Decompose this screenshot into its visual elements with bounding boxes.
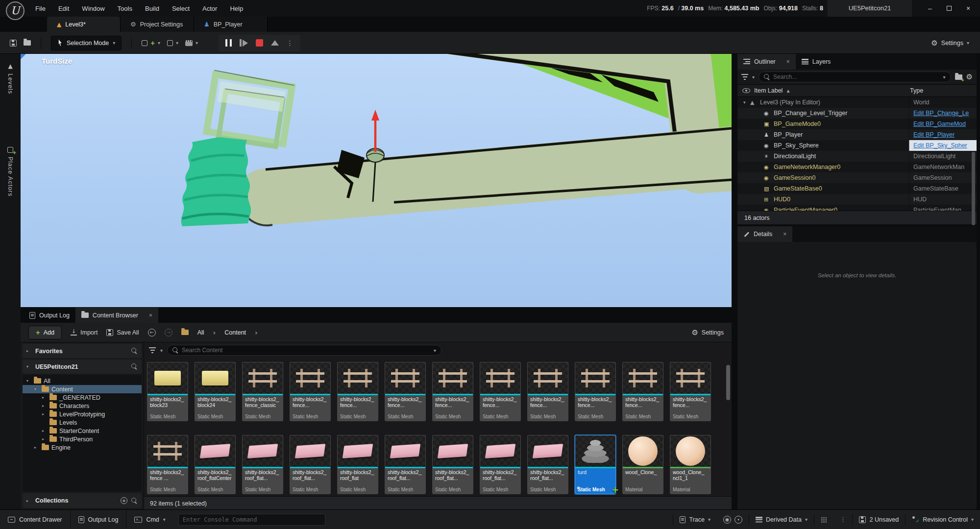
menu-item[interactable]: Build bbox=[145, 5, 159, 12]
menu-item[interactable]: Help bbox=[230, 5, 243, 12]
column-item-label[interactable]: Item Label bbox=[754, 87, 783, 94]
expand-arrow-icon[interactable]: ▸ bbox=[42, 437, 47, 441]
new-folder-icon[interactable]: + bbox=[955, 73, 962, 80]
asset-tile[interactable]: shitty-blocks2_ fence... Static Mesh * + bbox=[480, 362, 521, 421]
outliner-row[interactable]: ParticleEventManager0 ParticleEventMan bbox=[737, 205, 977, 211]
add-collection-icon[interactable]: + bbox=[121, 497, 127, 504]
asset-search-input[interactable] bbox=[182, 347, 431, 354]
tab-outliner[interactable]: Outliner × bbox=[737, 54, 796, 70]
actor-type-cell[interactable]: Edit BP_Player bbox=[909, 129, 977, 140]
pause-icon[interactable] bbox=[225, 39, 232, 47]
asset-tile[interactable]: shitty-blocks2_ fence... Static Mesh * + bbox=[337, 362, 378, 421]
actor-type-cell[interactable]: World bbox=[909, 97, 977, 108]
sidebar-tab-levels[interactable]: ▲ Levels bbox=[0, 58, 21, 94]
tab-content-browser[interactable]: Content Browser × bbox=[75, 308, 158, 323]
quick-add-actor-dropdown[interactable]: + ▾ bbox=[142, 39, 160, 47]
folder-tree-item[interactable]: ▸ StarterContent bbox=[23, 427, 142, 435]
expand-arrow-icon[interactable]: ▾ bbox=[26, 379, 31, 383]
menu-item[interactable]: Window bbox=[82, 5, 104, 12]
expand-arrow-icon[interactable]: ▸ bbox=[42, 404, 47, 408]
tab-output-log[interactable]: Output Log bbox=[24, 308, 75, 323]
unsaved-button[interactable]: 2 Unsaved bbox=[853, 516, 905, 523]
search-icon[interactable] bbox=[131, 498, 138, 504]
forward-icon[interactable]: → bbox=[165, 329, 172, 337]
close-icon[interactable]: × bbox=[783, 231, 786, 238]
expand-arrow-icon[interactable]: ▸ bbox=[42, 412, 47, 416]
tab-level3[interactable]: ▲ Level3* bbox=[47, 17, 121, 32]
menu-item[interactable]: Edit bbox=[58, 5, 69, 12]
actor-type-cell[interactable]: GameStateBase bbox=[909, 183, 977, 194]
folder-tree-item[interactable]: ▸ _GENERATED bbox=[23, 393, 142, 402]
close-icon[interactable]: × bbox=[786, 58, 790, 65]
breadcrumb-root[interactable]: All bbox=[197, 329, 204, 336]
folder-tree-item[interactable]: ▾ All bbox=[23, 377, 142, 385]
tab-project-settings[interactable]: ⚙ Project Settings bbox=[121, 17, 194, 32]
expand-arrow-icon[interactable]: ▾ bbox=[743, 100, 750, 105]
back-icon[interactable]: ← bbox=[148, 329, 156, 337]
eject-icon[interactable] bbox=[271, 40, 279, 46]
sort-ascending-icon[interactable]: ▲ bbox=[786, 89, 789, 93]
asset-tile[interactable]: shitty-blocks2_ roof_flat... Static Mesh… bbox=[527, 435, 568, 494]
asset-tile[interactable]: shitty-blocks2_ roof_flatCenter Static M… bbox=[195, 435, 236, 494]
outliner-row[interactable]: BP_Sky_Sphere Edit BP_Sky_Spher bbox=[737, 140, 977, 151]
asset-tile[interactable]: shitty-blocks2_ fence... Static Mesh * + bbox=[385, 362, 426, 421]
tab-layers[interactable]: Layers bbox=[796, 54, 837, 70]
save-all-button[interactable]: Save All bbox=[106, 329, 139, 336]
viewport-settings-dropdown[interactable]: ⚙ Settings ▾ bbox=[931, 32, 969, 54]
more-options-icon[interactable]: ⋮ bbox=[833, 516, 853, 523]
asset-tile[interactable]: shitty-blocks2_ roof_flat... Static Mesh… bbox=[385, 435, 426, 494]
viewport-3d[interactable]: TurdSize bbox=[21, 54, 732, 307]
outliner-row[interactable]: GameStateBase0 GameStateBase bbox=[737, 183, 977, 194]
outliner-row[interactable]: HUD0 HUD bbox=[737, 194, 977, 205]
asset-tile[interactable]: shitty-blocks2_ fence ... Static Mesh * … bbox=[147, 435, 188, 494]
chevron-down-icon[interactable]: ▾ bbox=[434, 348, 436, 353]
outliner-settings-icon[interactable]: ⚙ bbox=[966, 72, 973, 81]
folder-tree-item[interactable]: Levels bbox=[23, 418, 142, 427]
asset-tile[interactable]: shitty-blocks2_ fence... Static Mesh * + bbox=[670, 362, 711, 421]
chevron-down-icon[interactable]: ▾ bbox=[752, 74, 755, 80]
filter-icon[interactable] bbox=[149, 347, 156, 354]
asset-tile[interactable]: shitty-blocks2_ fence_classic Static Mes… bbox=[242, 362, 283, 421]
cmd-dropdown[interactable]: >_ Cmd ▾ bbox=[126, 510, 173, 529]
asset-tile[interactable]: shitty-blocks2_ fence... Static Mesh * + bbox=[432, 362, 473, 421]
breadcrumb-separator[interactable]: › bbox=[255, 329, 258, 337]
outliner-search[interactable]: ▾ bbox=[759, 72, 951, 82]
close-button[interactable]: × bbox=[964, 4, 972, 12]
actor-type-cell[interactable]: Edit BP_Change_Le bbox=[909, 108, 977, 119]
save-icon[interactable] bbox=[10, 40, 17, 47]
derived-data-dropdown[interactable]: Derived Data ▾ bbox=[749, 516, 814, 523]
asset-tile[interactable]: shitty-blocks2_ roof_flat... Static Mesh… bbox=[432, 435, 473, 494]
collections-section[interactable]: ▸ Collections + bbox=[23, 493, 142, 508]
folder-tree-item[interactable]: ▸ LevelPrototyping bbox=[23, 410, 142, 418]
outliner-row[interactable]: GameNetworkManager0 GameNetworkMan bbox=[737, 162, 977, 172]
actor-type-cell[interactable]: DirectionalLight bbox=[909, 151, 977, 162]
outliner-search-input[interactable] bbox=[773, 73, 940, 80]
breadcrumb-current[interactable]: Content bbox=[224, 329, 246, 336]
expand-arrow-icon[interactable]: ▸ bbox=[42, 395, 47, 400]
asset-tile[interactable]: wood_Clone_ ncl1_1 Material * + bbox=[670, 435, 711, 494]
tab-details[interactable]: Details × bbox=[737, 226, 792, 242]
add-to-level-icon[interactable]: + bbox=[612, 484, 618, 496]
asset-search[interactable]: ▾ bbox=[167, 345, 441, 356]
sidebar-tab-place-actors[interactable]: + Place Actors bbox=[0, 141, 21, 196]
outliner-row[interactable]: DirectionalLight DirectionalLight bbox=[737, 151, 977, 162]
visibility-eye-icon[interactable] bbox=[742, 88, 750, 93]
outliner-row[interactable]: BP_Change_Level_Trigger Edit BP_Change_L… bbox=[737, 108, 977, 119]
close-icon[interactable]: × bbox=[149, 312, 152, 319]
asset-tile[interactable]: shitty-blocks2_ roof_flat Static Mesh * … bbox=[337, 435, 378, 494]
asset-tile[interactable]: wood_Clone_ Material * + bbox=[622, 435, 663, 494]
unreal-logo[interactable]: U bbox=[6, 1, 24, 20]
outliner-row[interactable]: BP_Player Edit BP_Player bbox=[737, 129, 977, 140]
console-command-input[interactable] bbox=[178, 514, 325, 526]
import-button[interactable]: ↓ Import bbox=[71, 329, 98, 336]
search-icon[interactable] bbox=[131, 348, 138, 354]
menu-item[interactable]: Select bbox=[172, 5, 190, 12]
asset-tile[interactable]: shitty-blocks2_ block24 Static Mesh * + bbox=[195, 362, 236, 421]
menu-item[interactable]: File bbox=[35, 5, 46, 12]
asset-tile[interactable]: shitty-blocks2_ fence... Static Mesh * + bbox=[622, 362, 663, 421]
favorites-section[interactable]: ▸ Favorites bbox=[23, 344, 142, 358]
asset-tile[interactable]: shitty-blocks2_ fence... Static Mesh * + bbox=[575, 362, 616, 421]
actor-type-cell[interactable]: Edit BP_Sky_Spher bbox=[909, 140, 977, 151]
outliner-row[interactable]: BP_GameMode0 Edit BP_GameMod bbox=[737, 119, 977, 129]
menu-item[interactable]: Actor bbox=[202, 5, 217, 12]
